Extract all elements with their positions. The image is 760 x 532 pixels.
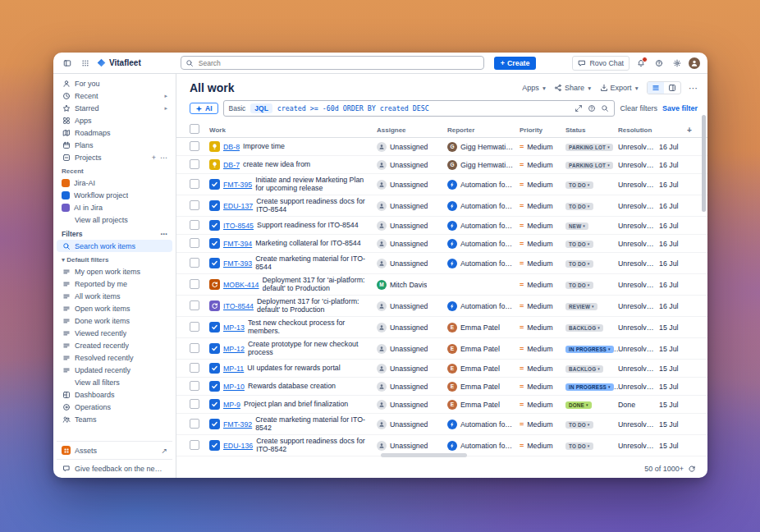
sidebar-item-teams[interactable]: Teams bbox=[57, 413, 172, 425]
clear-filters-button[interactable]: Clear filters bbox=[620, 104, 657, 112]
work-item-key-link[interactable]: ITO-8544 bbox=[223, 302, 254, 310]
sidebar-item-updated-recently[interactable]: Updated recently bbox=[57, 364, 172, 376]
row-checkbox[interactable] bbox=[190, 460, 199, 461]
column-header-reporter[interactable]: Reporter bbox=[447, 126, 520, 134]
status-lozenge[interactable]: IN PROGRESS▾ bbox=[565, 346, 614, 353]
row-checkbox[interactable] bbox=[190, 238, 199, 248]
feedback-link[interactable]: Give feedback on the new nav... bbox=[57, 462, 172, 475]
notifications-bell-icon[interactable] bbox=[634, 57, 648, 70]
status-lozenge[interactable]: REVIEW▾ bbox=[565, 303, 597, 310]
jql-query-text[interactable]: created >= -60d ORDER BY created DESC bbox=[277, 104, 570, 112]
apps-dropdown[interactable]: Apps▼ bbox=[522, 84, 547, 92]
sidebar-item-view-all-projects[interactable]: View all projects bbox=[57, 213, 172, 226]
table-row[interactable]: MP-13Test new checkout process for membe… bbox=[176, 317, 707, 338]
sidebar-toggle-icon[interactable] bbox=[61, 57, 74, 70]
table-row[interactable]: DB-8Improve timeUnassignedGGigg Hemwatit… bbox=[176, 138, 707, 156]
table-row[interactable]: FMT-395Initiate and review Marketing Pla… bbox=[176, 174, 707, 195]
syntax-help-icon[interactable] bbox=[588, 104, 596, 112]
plus-icon[interactable]: + bbox=[152, 154, 156, 162]
row-checkbox[interactable] bbox=[190, 179, 199, 189]
sidebar-item-view-all-filters[interactable]: View all filters bbox=[57, 376, 172, 388]
sidebar-item-viewed-recently[interactable]: Viewed recently bbox=[57, 327, 172, 339]
table-row[interactable]: MP-10Rewards database creationUnassigned… bbox=[176, 378, 707, 396]
table-row[interactable]: FMT-393Create marketing material for ITO… bbox=[176, 253, 707, 274]
work-item-key-link[interactable]: MP-11 bbox=[223, 365, 244, 373]
work-item-key-link[interactable]: DB-8 bbox=[223, 143, 240, 151]
basic-mode-button[interactable]: Basic bbox=[229, 104, 246, 112]
work-item-key-link[interactable]: ITO-8545 bbox=[223, 222, 254, 230]
save-filter-button[interactable]: Save filter bbox=[662, 104, 698, 112]
open-external-icon[interactable]: ↗ bbox=[161, 447, 167, 455]
jql-editor[interactable]: Basic JQL created >= -60d ORDER BY creat… bbox=[223, 100, 616, 117]
sidebar-item-projects[interactable]: Projects+⋯ bbox=[57, 151, 172, 163]
sidebar-item-done-work-items[interactable]: Done work items bbox=[57, 314, 172, 327]
status-lozenge[interactable]: BACKLOG▾ bbox=[565, 324, 603, 332]
sidebar-item-operations[interactable]: Operations bbox=[57, 401, 172, 413]
row-checkbox[interactable] bbox=[190, 399, 199, 409]
table-row[interactable]: MOBK-414Deployment 317 for 'ai-platform:… bbox=[176, 274, 707, 296]
sidebar-project-ai-in-jira[interactable]: AI in Jira bbox=[57, 201, 172, 213]
work-item-key-link[interactable]: EDU-136 bbox=[223, 442, 253, 450]
settings-gear-icon[interactable] bbox=[671, 57, 684, 70]
row-checkbox[interactable] bbox=[190, 363, 199, 373]
table-row[interactable]: ITO-8544Deployment 317 for 'ci-platform:… bbox=[176, 296, 707, 317]
sidebar-item-dashboards[interactable]: Dashboards bbox=[57, 388, 172, 401]
table-row[interactable]: FMT-394Marketing collateral for ITO-8544… bbox=[176, 235, 707, 253]
create-button[interactable]: + Create bbox=[494, 57, 537, 70]
vertical-scrollbar[interactable] bbox=[702, 115, 706, 212]
sidebar-item-assets[interactable]: Assets ↗ bbox=[57, 444, 172, 456]
row-checkbox[interactable] bbox=[190, 258, 199, 268]
sidebar-item-apps[interactable]: Apps bbox=[57, 114, 172, 126]
sidebar-project-workflow-project[interactable]: Workflow project bbox=[57, 189, 172, 201]
select-all-checkbox[interactable] bbox=[190, 124, 199, 134]
search-input[interactable] bbox=[197, 58, 479, 68]
row-checkbox[interactable] bbox=[190, 300, 199, 310]
work-item-key-link[interactable]: FMT-395 bbox=[223, 181, 252, 189]
work-item-key-link[interactable]: FMT-394 bbox=[223, 240, 252, 248]
row-checkbox[interactable] bbox=[190, 381, 199, 391]
user-avatar[interactable] bbox=[689, 57, 700, 69]
jql-mode-button[interactable]: JQL bbox=[250, 103, 272, 113]
work-item-key-link[interactable]: MP-9 bbox=[223, 401, 240, 409]
row-checkbox[interactable] bbox=[190, 220, 199, 230]
table-row[interactable]: FMT-392Create marketing material for ITO… bbox=[176, 414, 707, 435]
row-checkbox[interactable] bbox=[190, 419, 199, 429]
work-item-key-link[interactable]: MOBK-414 bbox=[223, 281, 259, 289]
brand-logo[interactable]: Vitafleet bbox=[97, 58, 141, 67]
work-item-key-link[interactable]: MP-13 bbox=[223, 323, 245, 332]
status-lozenge[interactable]: TO DO▾ bbox=[565, 260, 593, 268]
rovo-chat-button[interactable]: Rovo Chat bbox=[572, 56, 630, 71]
more-actions-button[interactable]: ⋯ bbox=[689, 83, 698, 94]
sidebar-item-reported-by-me[interactable]: Reported by me bbox=[57, 277, 172, 290]
row-checkbox[interactable] bbox=[190, 440, 199, 450]
table-row[interactable]: MP-11UI updates for rewards portalUnassi… bbox=[176, 360, 707, 378]
sidebar-item-plans[interactable]: Plans bbox=[57, 139, 172, 151]
status-lozenge[interactable]: TO DO▾ bbox=[565, 241, 593, 248]
work-item-key-link[interactable]: EDU-137 bbox=[223, 202, 253, 210]
row-checkbox[interactable] bbox=[190, 200, 199, 210]
sidebar-item-resolved-recently[interactable]: Resolved recently bbox=[57, 351, 172, 364]
sidebar-item-starred[interactable]: Starred▸ bbox=[57, 102, 172, 114]
column-header-resolution[interactable]: Resolution bbox=[618, 126, 659, 134]
status-lozenge[interactable]: TO DO▾ bbox=[565, 181, 593, 189]
status-lozenge[interactable]: TO DO▾ bbox=[565, 203, 593, 210]
work-item-key-link[interactable]: DB-7 bbox=[223, 161, 240, 169]
status-lozenge[interactable]: DONE▾ bbox=[565, 401, 592, 409]
row-checkbox[interactable] bbox=[190, 322, 199, 332]
table-row[interactable]: DB-7create new idea fromUnassignedGGigg … bbox=[176, 156, 707, 174]
list-view-button[interactable] bbox=[648, 82, 664, 94]
sidebar-project-jira-ai[interactable]: Jira-AI bbox=[57, 177, 172, 189]
detail-view-button[interactable] bbox=[664, 82, 680, 94]
ai-button[interactable]: AI bbox=[190, 103, 218, 114]
row-checkbox[interactable] bbox=[190, 159, 199, 169]
status-lozenge[interactable]: PARKING LOT▾ bbox=[565, 144, 613, 151]
status-lozenge[interactable]: NEW▾ bbox=[565, 222, 588, 230]
column-header-assignee[interactable]: Assignee bbox=[377, 126, 447, 134]
sidebar-item-roadmaps[interactable]: Roadmaps bbox=[57, 126, 172, 139]
table-row[interactable]: EDU-137Create support readiness docs for… bbox=[176, 195, 707, 217]
work-item-key-link[interactable]: FMT-393 bbox=[223, 259, 252, 268]
more-icon[interactable]: ⋯ bbox=[160, 154, 167, 162]
sidebar-item-my-open-work-items[interactable]: My open work items bbox=[57, 265, 172, 277]
status-lozenge[interactable]: BACKLOG▾ bbox=[565, 365, 603, 373]
help-icon[interactable] bbox=[652, 57, 666, 70]
